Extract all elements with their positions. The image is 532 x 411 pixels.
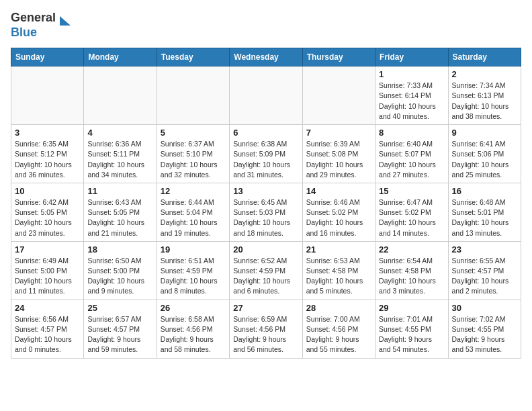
calendar-day-cell: 11Sunrise: 6:43 AMSunset: 5:05 PMDayligh… [84,183,157,241]
weekday-header: Thursday [302,48,375,66]
calendar-day-cell: 20Sunrise: 6:52 AMSunset: 4:59 PMDayligh… [230,241,302,300]
day-number: 20 [233,244,298,255]
day-info: Sunrise: 6:56 AMSunset: 4:57 PMDaylight:… [15,314,80,355]
day-info: Sunrise: 6:59 AMSunset: 4:56 PMDaylight:… [233,314,298,355]
svg-marker-0 [60,16,71,26]
calendar-day-cell: 23Sunrise: 6:55 AMSunset: 4:57 PMDayligh… [448,241,521,300]
day-number: 9 [452,128,517,138]
calendar-day-cell: 7Sunrise: 6:39 AMSunset: 5:08 PMDaylight… [302,125,375,183]
calendar-day-cell: 14Sunrise: 6:46 AMSunset: 5:02 PMDayligh… [302,183,375,241]
day-number: 3 [15,128,80,138]
calendar-day-cell: 16Sunrise: 6:48 AMSunset: 5:01 PMDayligh… [448,183,521,241]
calendar-day-cell: 17Sunrise: 6:49 AMSunset: 5:00 PMDayligh… [11,241,84,300]
day-number: 10 [15,186,80,196]
calendar-day-cell: 28Sunrise: 7:00 AMSunset: 4:56 PMDayligh… [302,300,375,358]
calendar-day-cell: 22Sunrise: 6:54 AMSunset: 4:58 PMDayligh… [375,241,448,300]
calendar-day-cell: 3Sunrise: 6:35 AMSunset: 5:12 PMDaylight… [11,125,84,183]
calendar-day-cell: 1Sunrise: 7:33 AMSunset: 6:14 PMDaylight… [375,66,448,125]
day-number: 15 [379,186,444,196]
calendar-week-row: 1Sunrise: 7:33 AMSunset: 6:14 PMDaylight… [11,66,521,125]
day-number: 14 [306,186,371,196]
day-number: 23 [452,244,517,255]
calendar-day-cell: 8Sunrise: 6:40 AMSunset: 5:07 PMDaylight… [375,125,448,183]
day-info: Sunrise: 6:36 AMSunset: 5:11 PMDaylight:… [87,139,152,180]
day-info: Sunrise: 6:53 AMSunset: 4:58 PMDaylight:… [306,256,371,297]
logo-triangle-icon [58,13,72,38]
day-info: Sunrise: 6:42 AMSunset: 5:05 PMDaylight:… [15,197,80,238]
logo-text: GeneralBlue [11,11,56,40]
day-info: Sunrise: 6:51 AMSunset: 4:59 PMDaylight:… [161,256,226,297]
weekday-header: Tuesday [157,48,229,66]
calendar-week-row: 24Sunrise: 6:56 AMSunset: 4:57 PMDayligh… [11,300,521,358]
day-info: Sunrise: 6:41 AMSunset: 5:06 PMDaylight:… [452,139,517,180]
day-info: Sunrise: 6:49 AMSunset: 5:00 PMDaylight:… [15,256,80,297]
day-info: Sunrise: 6:43 AMSunset: 5:05 PMDaylight:… [87,197,152,238]
day-info: Sunrise: 6:44 AMSunset: 5:04 PMDaylight:… [161,197,226,238]
day-number: 27 [233,303,298,313]
calendar-week-row: 17Sunrise: 6:49 AMSunset: 5:00 PMDayligh… [11,241,521,300]
calendar-day-cell: 26Sunrise: 6:58 AMSunset: 4:56 PMDayligh… [157,300,229,358]
calendar-day-cell [157,66,229,125]
calendar-day-cell [230,66,302,125]
calendar-day-cell [11,66,84,125]
day-number: 8 [379,128,444,138]
weekday-header: Friday [375,48,448,66]
calendar-day-cell: 29Sunrise: 7:01 AMSunset: 4:55 PMDayligh… [375,300,448,358]
calendar-table: SundayMondayTuesdayWednesdayThursdayFrid… [11,48,521,358]
calendar-day-cell: 27Sunrise: 6:59 AMSunset: 4:56 PMDayligh… [230,300,302,358]
weekday-header-row: SundayMondayTuesdayWednesdayThursdayFrid… [11,48,521,66]
day-info: Sunrise: 6:48 AMSunset: 5:01 PMDaylight:… [452,197,517,238]
calendar-day-cell: 6Sunrise: 6:38 AMSunset: 5:09 PMDaylight… [230,125,302,183]
calendar-day-cell: 13Sunrise: 6:45 AMSunset: 5:03 PMDayligh… [230,183,302,241]
calendar-day-cell: 21Sunrise: 6:53 AMSunset: 4:58 PMDayligh… [302,241,375,300]
day-info: Sunrise: 6:45 AMSunset: 5:03 PMDaylight:… [233,197,298,238]
day-number: 11 [87,186,152,196]
calendar-day-cell: 25Sunrise: 6:57 AMSunset: 4:57 PMDayligh… [84,300,157,358]
day-number: 1 [379,69,444,79]
calendar-day-cell [84,66,157,125]
day-info: Sunrise: 6:50 AMSunset: 5:00 PMDaylight:… [87,256,152,297]
day-info: Sunrise: 7:00 AMSunset: 4:56 PMDaylight:… [306,314,371,355]
day-number: 29 [379,303,444,313]
calendar-day-cell: 15Sunrise: 6:47 AMSunset: 5:02 PMDayligh… [375,183,448,241]
day-info: Sunrise: 6:37 AMSunset: 5:10 PMDaylight:… [161,139,226,180]
calendar-day-cell: 10Sunrise: 6:42 AMSunset: 5:05 PMDayligh… [11,183,84,241]
day-number: 4 [87,128,152,138]
logo: GeneralBlue [11,11,72,40]
day-number: 13 [233,186,298,196]
day-info: Sunrise: 6:52 AMSunset: 4:59 PMDaylight:… [233,256,298,297]
day-info: Sunrise: 7:34 AMSunset: 6:13 PMDaylight:… [452,81,517,122]
weekday-header: Wednesday [230,48,302,66]
weekday-header: Sunday [11,48,84,66]
day-number: 5 [161,128,226,138]
day-info: Sunrise: 7:01 AMSunset: 4:55 PMDaylight:… [379,314,444,355]
day-info: Sunrise: 6:47 AMSunset: 5:02 PMDaylight:… [379,197,444,238]
calendar-day-cell: 30Sunrise: 7:02 AMSunset: 4:55 PMDayligh… [448,300,521,358]
day-info: Sunrise: 7:33 AMSunset: 6:14 PMDaylight:… [379,81,444,122]
day-number: 30 [452,303,517,313]
day-number: 25 [87,303,152,313]
day-info: Sunrise: 6:54 AMSunset: 4:58 PMDaylight:… [379,256,444,297]
day-number: 16 [452,186,517,196]
calendar-day-cell: 19Sunrise: 6:51 AMSunset: 4:59 PMDayligh… [157,241,229,300]
day-number: 28 [306,303,371,313]
day-number: 2 [452,69,517,79]
calendar-day-cell [302,66,375,125]
day-number: 18 [87,244,152,255]
calendar-day-cell: 12Sunrise: 6:44 AMSunset: 5:04 PMDayligh… [157,183,229,241]
day-info: Sunrise: 7:02 AMSunset: 4:55 PMDaylight:… [452,314,517,355]
weekday-header: Saturday [448,48,521,66]
calendar-week-row: 10Sunrise: 6:42 AMSunset: 5:05 PMDayligh… [11,183,521,241]
day-number: 22 [379,244,444,255]
calendar-week-row: 3Sunrise: 6:35 AMSunset: 5:12 PMDaylight… [11,125,521,183]
weekday-header: Monday [84,48,157,66]
day-number: 19 [161,244,226,255]
page-header: GeneralBlue [11,11,521,40]
calendar-day-cell: 18Sunrise: 6:50 AMSunset: 5:00 PMDayligh… [84,241,157,300]
day-number: 26 [161,303,226,313]
day-info: Sunrise: 6:38 AMSunset: 5:09 PMDaylight:… [233,139,298,180]
day-info: Sunrise: 6:58 AMSunset: 4:56 PMDaylight:… [161,314,226,355]
day-info: Sunrise: 6:39 AMSunset: 5:08 PMDaylight:… [306,139,371,180]
day-info: Sunrise: 6:40 AMSunset: 5:07 PMDaylight:… [379,139,444,180]
day-number: 6 [233,128,298,138]
